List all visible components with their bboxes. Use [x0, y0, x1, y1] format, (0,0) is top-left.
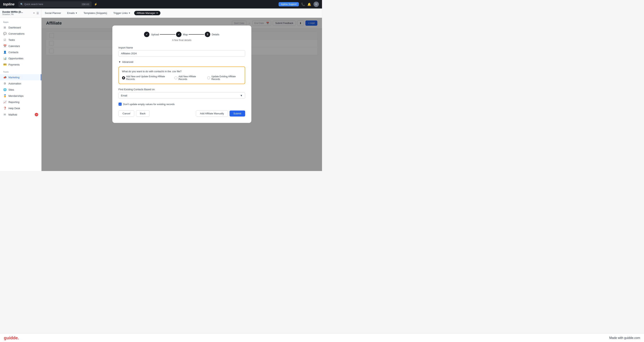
workspace-chevron-icon: ▼	[33, 12, 35, 14]
search-placeholder: Quick search here	[24, 3, 43, 6]
sidebar-item-tasks[interactable]: ☑ Tasks	[0, 37, 41, 43]
sidebar-section-tools: Tools	[0, 68, 41, 74]
conversations-icon: 💬	[3, 32, 6, 35]
bell-icon[interactable]: 🔔	[307, 3, 311, 6]
sidebar-item-contacts[interactable]: 👤 Contacts	[0, 49, 41, 55]
nav-emails[interactable]: Emails ▼	[65, 11, 80, 15]
avatar[interactable]: U	[314, 2, 319, 7]
workspace-name: Dunder Mifflin (D...	[2, 11, 32, 13]
find-existing-group: Find Existing Contacts Based on Email ▼	[118, 88, 245, 99]
nav-trigger-links[interactable]: Trigger Links ▼	[111, 11, 133, 15]
sidebar-item-payments[interactable]: 💳 Payments	[0, 62, 41, 68]
sidebar-section-apps: Apps	[0, 18, 41, 24]
advanced-toggle[interactable]: ▼ Advanced	[118, 61, 245, 63]
sidebar-item-calendars[interactable]: 📅 Calendars	[0, 43, 41, 49]
affiliate-manager-chevron-icon: ▼	[156, 12, 158, 14]
nav-social-planner[interactable]: Social Planner	[42, 11, 63, 15]
advanced-chevron-icon: ▼	[118, 61, 121, 63]
import-name-label: Import Name	[118, 46, 245, 49]
select-chevron-icon: ▼	[240, 94, 243, 97]
sidebar-item-label-calendars: Calendars	[8, 45, 20, 48]
automation-icon: ⚙	[3, 82, 6, 85]
sidebar-item-mailfold[interactable]: ✉ Mailfold 19	[0, 111, 41, 118]
main-content: Affiliate Start Date → End Date 📅 Submit…	[42, 18, 322, 171]
nav-templates[interactable]: Templates (Snippets)	[81, 11, 110, 15]
mailfold-badge: 19	[35, 113, 38, 116]
checkbox-row[interactable]: Don't update empty values for existing r…	[118, 103, 245, 106]
step-details: 3 Details	[205, 32, 220, 37]
memberships-icon: 🏅	[3, 94, 6, 97]
top-navigation: topline 🔍 Quick search here Ctrl + K ⚡ t…	[0, 0, 322, 9]
sites-icon: 🌐	[3, 88, 6, 91]
sidebar-item-conversations[interactable]: 💬 Conversations	[0, 31, 41, 37]
step-map-circle: ✓	[176, 32, 182, 37]
nav-affiliate-manager[interactable]: Affiliate Manager ▼	[134, 11, 160, 15]
sidebar-item-label-dashboard: Dashboard	[8, 26, 21, 29]
add-manually-button[interactable]: Add Affiliate Manually	[196, 110, 228, 117]
checkbox-label: Don't update empty values for existing r…	[123, 103, 175, 106]
radio-question: What do you want to do with contact/s in…	[122, 70, 242, 73]
radio-label-add-update: Add New and Update Existing Affiliate Re…	[126, 75, 170, 81]
step-upload-label: Upload	[151, 33, 159, 36]
back-button[interactable]: Back	[136, 110, 150, 117]
workspace-selector[interactable]: Dunder Mifflin (D... Scranton, PA ▼ ☰	[0, 9, 42, 18]
sidebar-toggle-icon[interactable]: ☰	[36, 12, 39, 15]
sidebar-item-dashboard[interactable]: ⊞ Dashboard	[0, 24, 41, 31]
cancel-button[interactable]: Cancel	[118, 110, 134, 117]
support-button[interactable]: topline Support	[278, 2, 299, 6]
sidebar-item-reporting[interactable]: 📈 Reporting	[0, 99, 41, 105]
sidebar-item-sites[interactable]: 🌐 Sites	[0, 87, 41, 93]
mailfold-icon: ✉	[3, 113, 6, 116]
search-icon: 🔍	[20, 3, 23, 6]
secondary-nav: Social Planner Emails ▼ Templates (Snipp…	[0, 9, 322, 18]
radio-group-box: What do you want to do with contact/s in…	[118, 67, 245, 84]
step-line-1	[160, 34, 175, 35]
search-shortcut: Ctrl + K	[81, 3, 90, 6]
submit-button[interactable]: Submit	[230, 111, 245, 117]
step-map-label: Map	[183, 33, 188, 36]
step-details-circle: 3	[205, 32, 210, 37]
step-subtitle: A few final details	[118, 39, 245, 42]
dashboard-icon: ⊞	[3, 26, 6, 29]
sidebar-item-marketing[interactable]: 📣 Marketing	[0, 74, 41, 80]
radio-options: Add New and Update Existing Affiliate Re…	[122, 75, 242, 81]
sidebar-item-label-reporting: Reporting	[8, 101, 19, 104]
import-name-group: Import Name	[118, 46, 245, 57]
search-bar[interactable]: 🔍 Quick search here Ctrl + K	[18, 1, 92, 7]
modal-footer: Cancel Back Add Affiliate Manually Submi…	[118, 110, 245, 117]
find-existing-value: Email	[121, 94, 128, 97]
app-logo: topline	[3, 2, 14, 6]
radio-option-add-new[interactable]: Add New Affiliate Records	[174, 75, 202, 81]
marketing-icon: 📣	[3, 76, 6, 79]
reporting-icon: 📈	[3, 101, 6, 104]
nav-right: topline Support 📞 🔔 U	[278, 2, 319, 7]
radio-circle-add-update	[122, 76, 125, 79]
sidebar-item-label-sites: Sites	[8, 88, 14, 91]
tasks-icon: ☑	[3, 38, 6, 41]
sidebar: Apps ⊞ Dashboard 💬 Conversations ☑ Tasks…	[0, 18, 42, 171]
sidebar-item-helpdesk[interactable]: ❓ Help Desk	[0, 105, 41, 111]
sidebar-item-automation[interactable]: ⚙ Automation	[0, 80, 41, 87]
trigger-links-chevron-icon: ▼	[128, 12, 130, 14]
find-existing-select[interactable]: Email ▼	[118, 92, 245, 99]
radio-option-add-update[interactable]: Add New and Update Existing Affiliate Re…	[122, 75, 170, 81]
sidebar-item-label-helpdesk: Help Desk	[8, 107, 20, 110]
opportunities-icon: 📊	[3, 57, 6, 60]
dont-update-checkbox[interactable]	[118, 103, 122, 106]
step-map: ✓ Map	[176, 32, 188, 37]
phone-icon[interactable]: 📞	[301, 3, 305, 6]
sidebar-item-label-marketing: Marketing	[8, 76, 20, 79]
import-name-input[interactable]	[118, 50, 245, 57]
sidebar-item-label-conversations: Conversations	[8, 32, 24, 35]
sidebar-item-label-memberships: Memberships	[8, 95, 24, 97]
sidebar-item-opportunities[interactable]: 📊 Opportunities	[0, 55, 41, 62]
sidebar-item-label-contacts: Contacts	[8, 51, 18, 54]
sidebar-item-memberships[interactable]: 🏅 Memberships	[0, 93, 41, 99]
radio-circle-update-existing	[207, 76, 210, 79]
stepper: ✓ Upload ✓ Map 3 Details	[118, 32, 245, 37]
bolt-icon[interactable]: ⚡	[94, 3, 97, 6]
import-modal: ✓ Upload ✓ Map 3 Details A few final det…	[112, 26, 251, 123]
step-details-label: Details	[212, 33, 220, 36]
radio-label-update-existing: Update Existing Affiliate Records	[212, 75, 242, 81]
radio-option-update-existing[interactable]: Update Existing Affiliate Records	[207, 75, 242, 81]
